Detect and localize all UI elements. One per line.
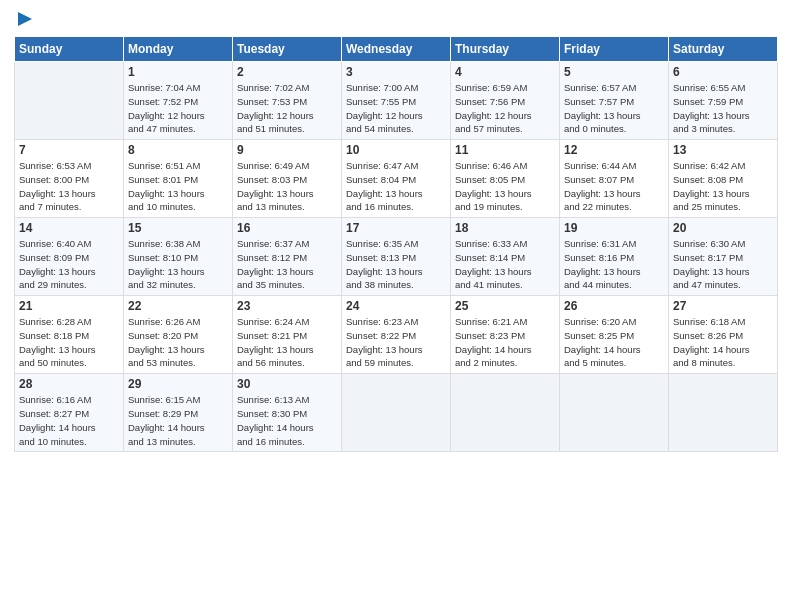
day-info: Sunrise: 6:26 AM Sunset: 8:20 PM Dayligh… xyxy=(128,315,228,370)
day-info: Sunrise: 6:13 AM Sunset: 8:30 PM Dayligh… xyxy=(237,393,337,448)
week-row-5: 28Sunrise: 6:16 AM Sunset: 8:27 PM Dayli… xyxy=(15,374,778,452)
day-cell: 8Sunrise: 6:51 AM Sunset: 8:01 PM Daylig… xyxy=(124,140,233,218)
col-header-wednesday: Wednesday xyxy=(342,37,451,62)
day-cell: 15Sunrise: 6:38 AM Sunset: 8:10 PM Dayli… xyxy=(124,218,233,296)
day-number: 19 xyxy=(564,221,664,235)
col-header-monday: Monday xyxy=(124,37,233,62)
day-info: Sunrise: 6:55 AM Sunset: 7:59 PM Dayligh… xyxy=(673,81,773,136)
day-info: Sunrise: 6:46 AM Sunset: 8:05 PM Dayligh… xyxy=(455,159,555,214)
day-cell: 23Sunrise: 6:24 AM Sunset: 8:21 PM Dayli… xyxy=(233,296,342,374)
day-cell: 5Sunrise: 6:57 AM Sunset: 7:57 PM Daylig… xyxy=(560,62,669,140)
day-number: 3 xyxy=(346,65,446,79)
day-number: 17 xyxy=(346,221,446,235)
day-info: Sunrise: 6:42 AM Sunset: 8:08 PM Dayligh… xyxy=(673,159,773,214)
day-info: Sunrise: 6:47 AM Sunset: 8:04 PM Dayligh… xyxy=(346,159,446,214)
day-number: 10 xyxy=(346,143,446,157)
day-cell: 7Sunrise: 6:53 AM Sunset: 8:00 PM Daylig… xyxy=(15,140,124,218)
day-info: Sunrise: 7:04 AM Sunset: 7:52 PM Dayligh… xyxy=(128,81,228,136)
day-cell: 29Sunrise: 6:15 AM Sunset: 8:29 PM Dayli… xyxy=(124,374,233,452)
day-cell xyxy=(560,374,669,452)
day-info: Sunrise: 6:18 AM Sunset: 8:26 PM Dayligh… xyxy=(673,315,773,370)
day-info: Sunrise: 6:37 AM Sunset: 8:12 PM Dayligh… xyxy=(237,237,337,292)
day-info: Sunrise: 6:21 AM Sunset: 8:23 PM Dayligh… xyxy=(455,315,555,370)
day-info: Sunrise: 6:16 AM Sunset: 8:27 PM Dayligh… xyxy=(19,393,119,448)
day-number: 9 xyxy=(237,143,337,157)
day-info: Sunrise: 6:30 AM Sunset: 8:17 PM Dayligh… xyxy=(673,237,773,292)
day-info: Sunrise: 6:40 AM Sunset: 8:09 PM Dayligh… xyxy=(19,237,119,292)
day-info: Sunrise: 6:31 AM Sunset: 8:16 PM Dayligh… xyxy=(564,237,664,292)
day-cell: 26Sunrise: 6:20 AM Sunset: 8:25 PM Dayli… xyxy=(560,296,669,374)
day-number: 8 xyxy=(128,143,228,157)
day-number: 2 xyxy=(237,65,337,79)
day-info: Sunrise: 6:20 AM Sunset: 8:25 PM Dayligh… xyxy=(564,315,664,370)
day-number: 13 xyxy=(673,143,773,157)
day-number: 6 xyxy=(673,65,773,79)
day-cell: 10Sunrise: 6:47 AM Sunset: 8:04 PM Dayli… xyxy=(342,140,451,218)
day-info: Sunrise: 6:57 AM Sunset: 7:57 PM Dayligh… xyxy=(564,81,664,136)
calendar-table: SundayMondayTuesdayWednesdayThursdayFrid… xyxy=(14,36,778,452)
day-number: 4 xyxy=(455,65,555,79)
day-cell: 18Sunrise: 6:33 AM Sunset: 8:14 PM Dayli… xyxy=(451,218,560,296)
week-row-3: 14Sunrise: 6:40 AM Sunset: 8:09 PM Dayli… xyxy=(15,218,778,296)
page-container: SundayMondayTuesdayWednesdayThursdayFrid… xyxy=(0,0,792,462)
day-info: Sunrise: 7:02 AM Sunset: 7:53 PM Dayligh… xyxy=(237,81,337,136)
day-info: Sunrise: 6:53 AM Sunset: 8:00 PM Dayligh… xyxy=(19,159,119,214)
day-cell: 4Sunrise: 6:59 AM Sunset: 7:56 PM Daylig… xyxy=(451,62,560,140)
week-row-4: 21Sunrise: 6:28 AM Sunset: 8:18 PM Dayli… xyxy=(15,296,778,374)
day-info: Sunrise: 6:24 AM Sunset: 8:21 PM Dayligh… xyxy=(237,315,337,370)
col-header-saturday: Saturday xyxy=(669,37,778,62)
day-number: 12 xyxy=(564,143,664,157)
day-cell: 28Sunrise: 6:16 AM Sunset: 8:27 PM Dayli… xyxy=(15,374,124,452)
day-cell: 9Sunrise: 6:49 AM Sunset: 8:03 PM Daylig… xyxy=(233,140,342,218)
day-cell: 6Sunrise: 6:55 AM Sunset: 7:59 PM Daylig… xyxy=(669,62,778,140)
col-header-thursday: Thursday xyxy=(451,37,560,62)
day-number: 24 xyxy=(346,299,446,313)
day-cell: 17Sunrise: 6:35 AM Sunset: 8:13 PM Dayli… xyxy=(342,218,451,296)
day-cell xyxy=(451,374,560,452)
day-cell: 11Sunrise: 6:46 AM Sunset: 8:05 PM Dayli… xyxy=(451,140,560,218)
day-cell xyxy=(342,374,451,452)
day-number: 15 xyxy=(128,221,228,235)
day-cell: 13Sunrise: 6:42 AM Sunset: 8:08 PM Dayli… xyxy=(669,140,778,218)
logo-text-block xyxy=(14,10,34,28)
day-cell: 1Sunrise: 7:04 AM Sunset: 7:52 PM Daylig… xyxy=(124,62,233,140)
day-cell: 19Sunrise: 6:31 AM Sunset: 8:16 PM Dayli… xyxy=(560,218,669,296)
col-header-friday: Friday xyxy=(560,37,669,62)
day-info: Sunrise: 6:23 AM Sunset: 8:22 PM Dayligh… xyxy=(346,315,446,370)
day-cell: 27Sunrise: 6:18 AM Sunset: 8:26 PM Dayli… xyxy=(669,296,778,374)
day-number: 7 xyxy=(19,143,119,157)
day-cell: 21Sunrise: 6:28 AM Sunset: 8:18 PM Dayli… xyxy=(15,296,124,374)
logo xyxy=(14,10,34,28)
day-number: 1 xyxy=(128,65,228,79)
day-info: Sunrise: 6:49 AM Sunset: 8:03 PM Dayligh… xyxy=(237,159,337,214)
day-info: Sunrise: 6:44 AM Sunset: 8:07 PM Dayligh… xyxy=(564,159,664,214)
day-number: 23 xyxy=(237,299,337,313)
svg-marker-0 xyxy=(18,12,32,26)
day-cell: 20Sunrise: 6:30 AM Sunset: 8:17 PM Dayli… xyxy=(669,218,778,296)
day-cell: 2Sunrise: 7:02 AM Sunset: 7:53 PM Daylig… xyxy=(233,62,342,140)
day-number: 14 xyxy=(19,221,119,235)
header xyxy=(14,10,778,28)
logo-arrow-icon xyxy=(16,10,34,28)
col-header-tuesday: Tuesday xyxy=(233,37,342,62)
day-number: 20 xyxy=(673,221,773,235)
day-info: Sunrise: 6:38 AM Sunset: 8:10 PM Dayligh… xyxy=(128,237,228,292)
day-number: 11 xyxy=(455,143,555,157)
col-header-sunday: Sunday xyxy=(15,37,124,62)
day-number: 18 xyxy=(455,221,555,235)
day-cell xyxy=(669,374,778,452)
day-info: Sunrise: 7:00 AM Sunset: 7:55 PM Dayligh… xyxy=(346,81,446,136)
day-cell: 3Sunrise: 7:00 AM Sunset: 7:55 PM Daylig… xyxy=(342,62,451,140)
day-number: 25 xyxy=(455,299,555,313)
day-cell xyxy=(15,62,124,140)
day-cell: 12Sunrise: 6:44 AM Sunset: 8:07 PM Dayli… xyxy=(560,140,669,218)
day-number: 30 xyxy=(237,377,337,391)
day-cell: 25Sunrise: 6:21 AM Sunset: 8:23 PM Dayli… xyxy=(451,296,560,374)
day-info: Sunrise: 6:35 AM Sunset: 8:13 PM Dayligh… xyxy=(346,237,446,292)
day-cell: 22Sunrise: 6:26 AM Sunset: 8:20 PM Dayli… xyxy=(124,296,233,374)
day-number: 22 xyxy=(128,299,228,313)
day-info: Sunrise: 6:33 AM Sunset: 8:14 PM Dayligh… xyxy=(455,237,555,292)
day-cell: 24Sunrise: 6:23 AM Sunset: 8:22 PM Dayli… xyxy=(342,296,451,374)
day-cell: 14Sunrise: 6:40 AM Sunset: 8:09 PM Dayli… xyxy=(15,218,124,296)
day-number: 29 xyxy=(128,377,228,391)
